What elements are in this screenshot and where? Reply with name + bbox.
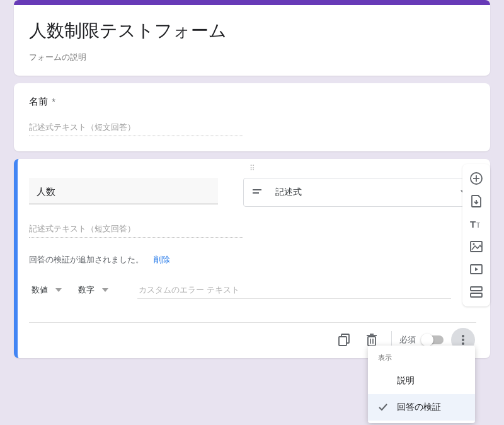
svg-point-11 <box>462 335 464 337</box>
short-text-icon <box>253 189 264 196</box>
validation-condition-select[interactable]: 数字 <box>76 281 126 300</box>
import-questions-button[interactable] <box>465 190 488 212</box>
form-description[interactable]: フォームの説明 <box>29 52 475 63</box>
question-title-input-wrap <box>29 178 218 204</box>
svg-point-12 <box>462 339 464 341</box>
question-card-name[interactable]: 名前 * 記述式テキスト（短文回答） <box>14 83 490 151</box>
validation-added-text: 回答の検証が追加されました。 <box>29 254 144 265</box>
menu-item-description[interactable]: 説明 <box>368 368 475 394</box>
short-answer-preview: 記述式テキスト（短文回答） <box>29 223 243 238</box>
validation-type-select[interactable]: 数値 <box>29 281 64 300</box>
dropdown-arrow-icon <box>55 288 62 292</box>
question-title: 名前 * <box>29 96 475 108</box>
svg-text:T: T <box>470 219 476 229</box>
add-image-button[interactable] <box>465 236 488 257</box>
add-title-button[interactable]: TT <box>465 213 488 235</box>
form-header-card: 人数制限テストフォーム フォームの説明 <box>14 0 490 76</box>
dropdown-arrow-icon <box>102 288 108 292</box>
add-section-button[interactable] <box>465 281 488 303</box>
svg-marker-23 <box>475 267 478 271</box>
svg-text:T: T <box>476 222 480 229</box>
required-mark: * <box>52 96 55 107</box>
question-title-input[interactable] <box>29 178 218 204</box>
svg-point-13 <box>462 342 464 345</box>
svg-rect-6 <box>368 337 375 346</box>
validation-type-label: 数値 <box>32 284 48 296</box>
menu-item-validation[interactable]: 回答の検証 <box>368 394 475 421</box>
add-question-button[interactable] <box>465 168 488 189</box>
question-type-label: 記述式 <box>275 187 302 198</box>
duplicate-button[interactable] <box>332 328 356 352</box>
validation-added-row: 回答の検証が追加されました。 削除 <box>29 254 476 265</box>
validation-delete-link[interactable]: 削除 <box>154 254 170 265</box>
svg-rect-24 <box>471 287 482 291</box>
validation-error-input[interactable] <box>137 281 451 299</box>
svg-rect-25 <box>471 293 482 297</box>
short-answer-placeholder: 記述式テキスト（短文回答） <box>29 122 243 136</box>
required-toggle[interactable] <box>422 335 444 344</box>
more-options-menu: 表示 説明 回答の検証 <box>368 346 475 423</box>
validation-config-row: 数値 数字 <box>29 278 476 303</box>
svg-rect-5 <box>339 337 346 346</box>
menu-item-label: 回答の検証 <box>397 402 441 413</box>
svg-point-21 <box>473 243 475 245</box>
question-title-text: 名前 <box>29 96 48 107</box>
required-label: 必須 <box>399 334 416 346</box>
drag-handle-icon[interactable]: ⠿ <box>29 165 476 174</box>
question-type-select[interactable]: 記述式 <box>243 178 476 207</box>
form-title[interactable]: 人数制限テストフォーム <box>29 19 475 43</box>
question-card-people-active: ⠿ 記述式 記述式テキスト（短文回答） 回答の検証が追加されました。 削除 <box>14 159 490 358</box>
menu-item-label: 説明 <box>397 375 415 387</box>
check-icon <box>378 404 388 411</box>
menu-header: 表示 <box>368 349 475 368</box>
side-toolbar: TT <box>462 164 490 306</box>
validation-condition-label: 数字 <box>78 284 94 296</box>
add-video-button[interactable] <box>465 259 488 280</box>
